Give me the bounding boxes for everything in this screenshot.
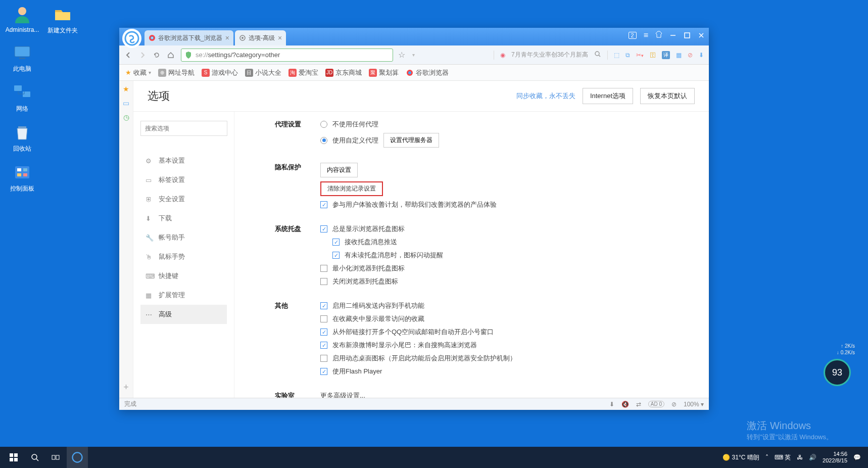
settings-search-input[interactable] bbox=[140, 121, 227, 136]
skin-icon[interactable] bbox=[655, 31, 662, 40]
nav-reload-icon[interactable] bbox=[153, 51, 162, 60]
status-proxy-icon[interactable]: ⇄ bbox=[636, 401, 641, 408]
minimize-icon[interactable] bbox=[669, 32, 677, 39]
nav-extensions[interactable]: ▦扩展管理 bbox=[140, 286, 227, 305]
close-icon[interactable] bbox=[698, 32, 705, 39]
desktop-icon-network[interactable]: 网络 bbox=[4, 82, 40, 113]
rail-history-icon[interactable]: ◷ bbox=[123, 113, 129, 121]
sync-link[interactable]: 同步收藏，永不丢失 bbox=[516, 91, 575, 101]
grid-icon[interactable]: ▦ bbox=[676, 52, 682, 59]
checkbox-weibo-tail[interactable] bbox=[320, 342, 327, 349]
tab-count-badge[interactable]: 2 bbox=[629, 32, 637, 39]
tray-chevron-up-icon[interactable]: ˄ bbox=[765, 454, 768, 461]
star-icon[interactable]: ☆ bbox=[398, 51, 407, 60]
tray-ime[interactable]: ⌨ 英 bbox=[775, 453, 791, 462]
nav-back-icon[interactable] bbox=[124, 51, 133, 60]
tab-settings-advanced[interactable]: 选项-高级 × bbox=[235, 30, 286, 45]
tray-network-icon[interactable]: 🖧 bbox=[797, 454, 803, 461]
checkbox-dynamic-desktop[interactable] bbox=[320, 355, 327, 362]
desktop-icon-recycle[interactable]: 回收站 bbox=[4, 122, 40, 153]
checkbox-minimize-tray[interactable] bbox=[320, 265, 327, 272]
tab-chrome-download[interactable]: 谷歌浏览器下载_浏览器 × bbox=[144, 30, 233, 45]
section-tray: 系统托盘 总是显示浏览器托盘图标 接收托盘消息推送 有未读托盘消息时，图标闪动提… bbox=[275, 224, 689, 286]
checkbox-tray-blink[interactable] bbox=[332, 252, 340, 259]
clock[interactable]: 14:56 2022/8/15 bbox=[823, 451, 847, 464]
capture-icon[interactable]: ⧉ bbox=[625, 52, 630, 59]
proxy-server-button[interactable]: 设置代理服务器 bbox=[383, 133, 439, 148]
bookmark-ju[interactable]: 聚聚划算 bbox=[369, 68, 399, 77]
nav-gesture[interactable]: 🖱鼠标手势 bbox=[140, 247, 227, 266]
nav-account[interactable]: 🔧帐号助手 bbox=[140, 228, 227, 247]
content-settings-button[interactable]: 内容设置 bbox=[320, 163, 358, 177]
start-button[interactable] bbox=[3, 447, 24, 468]
bookmark-chrome[interactable]: 谷歌浏览器 bbox=[406, 68, 449, 77]
nav-tabs[interactable]: ▭标签设置 bbox=[140, 170, 227, 190]
system-monitor-floater[interactable]: 93 bbox=[824, 359, 851, 386]
status-net-icon[interactable]: ⊘ bbox=[671, 401, 677, 408]
desktop-icon-newfolder[interactable]: 新建文件夹 bbox=[44, 4, 81, 35]
status-mute-icon[interactable]: 🔇 bbox=[621, 401, 629, 408]
clear-history-button[interactable]: 清除浏览记录设置 bbox=[320, 181, 383, 196]
internet-options-button[interactable]: Internet选项 bbox=[583, 88, 633, 104]
download-icon[interactable]: ⬇ bbox=[699, 52, 704, 59]
bookmark-game[interactable]: S游戏中心 bbox=[202, 68, 238, 77]
bookmark-taobao[interactable]: 淘爱淘宝 bbox=[288, 68, 318, 77]
tab-close-icon[interactable]: × bbox=[278, 34, 282, 42]
taskview-icon[interactable] bbox=[45, 447, 67, 468]
nav-basic[interactable]: ⚙基本设置 bbox=[140, 151, 227, 170]
maximize-icon[interactable] bbox=[684, 32, 691, 39]
taskbar-sogou-icon[interactable] bbox=[67, 447, 88, 468]
nav-forward-icon[interactable] bbox=[138, 51, 148, 60]
desktop-label: 网络 bbox=[16, 105, 28, 112]
more-advanced-link[interactable]: 更多高级设置... bbox=[320, 391, 365, 398]
section-label: 实验室 bbox=[275, 391, 320, 398]
checkbox-fav-mostvisited[interactable] bbox=[320, 315, 327, 322]
chevron-down-icon[interactable]: ▾ bbox=[412, 51, 421, 60]
checkbox-flash[interactable] bbox=[320, 368, 327, 375]
search-icon[interactable] bbox=[594, 51, 601, 59]
tray-volume-icon[interactable]: 🔊 bbox=[809, 454, 816, 461]
radio-no-proxy[interactable] bbox=[320, 121, 327, 128]
nav-download[interactable]: ⬇下载 bbox=[140, 209, 227, 228]
desktop-icon-admin[interactable]: Administra... bbox=[4, 4, 40, 33]
menu-icon[interactable]: ≡ bbox=[644, 31, 648, 40]
checkbox-ux-plan[interactable] bbox=[320, 201, 327, 208]
rail-star-icon[interactable]: ★ bbox=[123, 85, 129, 93]
nav-security[interactable]: ⛨安全设置 bbox=[140, 190, 227, 209]
desktop-icon-controlpanel[interactable]: 控制面板 bbox=[4, 162, 40, 193]
bookmark-novel[interactable]: 目小说大全 bbox=[245, 68, 281, 77]
status-ad-icon[interactable]: AD 0 bbox=[648, 401, 664, 407]
status-download-icon[interactable]: ⬇ bbox=[609, 401, 614, 408]
nav-home-icon[interactable] bbox=[167, 51, 176, 60]
radio-custom-proxy[interactable] bbox=[320, 137, 327, 144]
checkbox-qrcode[interactable] bbox=[320, 302, 327, 309]
gear-icon bbox=[239, 34, 246, 41]
rail-plus-icon[interactable]: + bbox=[123, 382, 129, 393]
checkbox-close-tray[interactable] bbox=[320, 278, 327, 285]
network-status-icon[interactable]: ⊘ bbox=[688, 52, 693, 59]
windows-activation-watermark: 激活 Windows 转到"设置"以激活 Windows。 bbox=[747, 419, 833, 442]
nav-shortcut[interactable]: ⌨快捷键 bbox=[140, 266, 227, 286]
extension-icon[interactable]: ⬚ bbox=[614, 52, 619, 59]
tab-title: 谷歌浏览器下载_浏览器 bbox=[158, 34, 222, 42]
checkbox-multi-qq[interactable] bbox=[320, 329, 327, 336]
tab-close-icon[interactable]: × bbox=[225, 34, 229, 42]
status-zoom[interactable]: 100% ▾ bbox=[684, 401, 704, 408]
scissors-icon[interactable]: ✂▾ bbox=[636, 52, 644, 59]
desktop-icon-thispc[interactable]: 此电脑 bbox=[4, 42, 40, 73]
hot-news-text[interactable]: 7月青年失业率创36个月新高 bbox=[511, 51, 588, 59]
checkbox-tray-push[interactable] bbox=[332, 239, 340, 246]
key-icon[interactable]: ⚿ bbox=[650, 52, 656, 59]
taskbar-search-icon[interactable] bbox=[24, 447, 45, 468]
notification-icon[interactable]: 💬 bbox=[853, 454, 861, 461]
weather-widget[interactable]: 🟡 31°C 晴朗 bbox=[722, 453, 759, 462]
rail-book-icon[interactable]: ▭ bbox=[123, 99, 129, 107]
bookmark-favorites[interactable]: ★收藏▾ bbox=[125, 68, 151, 77]
nav-advanced[interactable]: ⋯高级 bbox=[140, 305, 227, 324]
bookmark-nav[interactable]: ⊕网址导航 bbox=[158, 68, 195, 77]
url-input[interactable]: se://settings/?category=other bbox=[181, 49, 393, 62]
bookmark-jd[interactable]: JD京东商城 bbox=[325, 68, 362, 77]
translate-icon[interactable]: 译 bbox=[662, 51, 670, 59]
restore-defaults-button[interactable]: 恢复本页默认 bbox=[640, 88, 695, 104]
checkbox-always-tray[interactable] bbox=[320, 225, 327, 232]
